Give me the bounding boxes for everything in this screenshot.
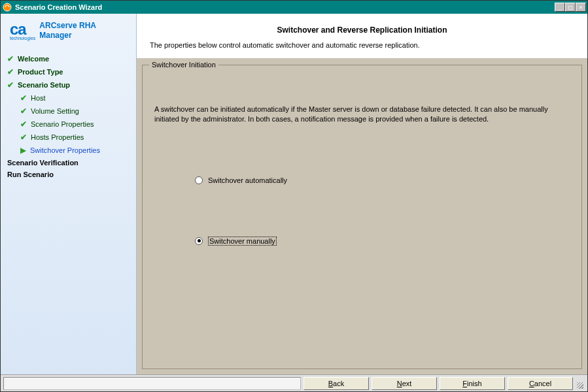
nav-scenario-setup[interactable]: ✔ Scenario Setup — [6, 78, 131, 91]
nav-scenario-properties[interactable]: ✔ Scenario Properties — [6, 118, 131, 131]
status-bar — [3, 377, 301, 390]
nav-product-type[interactable]: ✔ Product Type — [6, 65, 131, 78]
footer: Back Next Finish Cancel — [1, 374, 587, 391]
fieldset-description: A switchover can be initiated automatica… — [154, 105, 570, 124]
maximize-button[interactable]: □ — [565, 3, 576, 12]
radio-switchover-auto[interactable]: Switchover automatically — [154, 176, 570, 184]
check-icon: ✔ — [20, 120, 27, 129]
nav-volume-setting[interactable]: ✔ Volume Setting — [6, 105, 131, 118]
check-icon: ✔ — [7, 67, 14, 76]
fieldset-legend: Switchover Initiation — [149, 61, 218, 69]
current-step-icon: ▶ — [20, 146, 26, 155]
body: ca technologies ARCserve RHA Manager ✔ W… — [1, 14, 587, 374]
next-button[interactable]: Next — [372, 377, 437, 390]
finish-button[interactable]: Finish — [440, 377, 505, 390]
content: Switchover Initiation A switchover can b… — [137, 58, 587, 374]
back-button[interactable]: Back — [303, 377, 369, 390]
ca-logo: ca technologies — [10, 20, 35, 41]
check-icon: ✔ — [7, 54, 14, 63]
titlebar[interactable]: Scenario Creation Wizard _ □ × — [1, 1, 587, 14]
radio-icon — [195, 237, 203, 245]
sidebar: ca technologies ARCserve RHA Manager ✔ W… — [1, 14, 137, 374]
radio-icon — [195, 176, 203, 184]
main-panel: Switchover and Reverse Replication Initi… — [137, 14, 587, 374]
switchover-fieldset: Switchover Initiation A switchover can b… — [142, 65, 582, 369]
check-icon: ✔ — [20, 106, 27, 116]
check-icon: ✔ — [7, 80, 14, 90]
check-icon: ✔ — [20, 93, 27, 103]
nav-welcome[interactable]: ✔ Welcome — [6, 52, 131, 65]
wizard-window: Scenario Creation Wizard _ □ × ca techno… — [0, 0, 588, 392]
radio-label: Switchover manually — [208, 237, 277, 246]
page-header: Switchover and Reverse Replication Initi… — [137, 14, 587, 58]
page-title: Switchover and Reverse Replication Initi… — [150, 25, 574, 35]
page-subtitle: The properties below control automatic s… — [150, 41, 574, 49]
nav-hosts-properties[interactable]: ✔ Hosts Properties — [6, 131, 131, 144]
branding: ca technologies ARCserve RHA Manager — [6, 20, 131, 41]
cancel-button[interactable]: Cancel — [508, 377, 573, 390]
nav-run-scenario[interactable]: Run Scenario — [6, 169, 131, 180]
svg-point-0 — [3, 3, 11, 11]
product-name: ARCserve RHA Manager — [39, 21, 96, 40]
nav-host[interactable]: ✔ Host — [6, 91, 131, 105]
window-title: Scenario Creation Wizard — [15, 3, 555, 11]
radio-label: Switchover automatically — [208, 176, 287, 184]
check-icon: ✔ — [20, 133, 27, 142]
radio-switchover-manual[interactable]: Switchover manually — [154, 237, 570, 246]
minimize-button[interactable]: _ — [555, 3, 565, 12]
close-button[interactable]: × — [576, 3, 586, 12]
nav-switchover-properties[interactable]: ▶ Switchover Properties — [6, 144, 131, 157]
nav-scenario-verification[interactable]: Scenario Verification — [6, 157, 131, 169]
resize-grip[interactable] — [576, 377, 585, 390]
app-icon — [2, 2, 12, 12]
window-controls: _ □ × — [555, 3, 586, 12]
